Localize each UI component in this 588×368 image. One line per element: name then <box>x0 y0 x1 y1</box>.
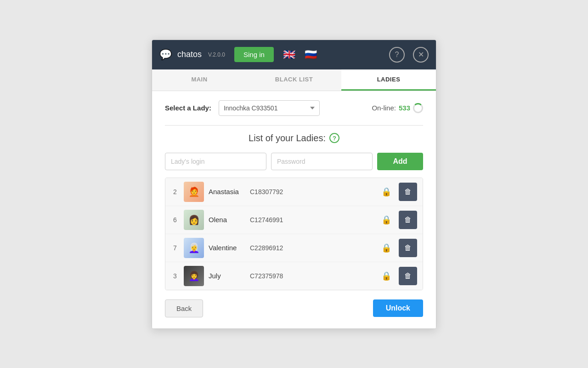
avatar: 👩 <box>184 210 204 230</box>
tab-main[interactable]: MAIN <box>152 69 247 91</box>
lady-name: July <box>209 272 245 280</box>
divider <box>165 125 423 126</box>
app-window: 💬 chatos V.2.0.0 Sing in 🇬🇧 🇷🇺 ? ✕ MAIN … <box>152 40 436 329</box>
header: 💬 chatos V.2.0.0 Sing in 🇬🇧 🇷🇺 ? ✕ <box>152 40 436 69</box>
lady-id: C18307792 <box>250 188 377 196</box>
row-number: 3 <box>171 272 179 280</box>
lady-name: Anastasia <box>209 188 245 196</box>
list-title: List of your Ladies: ? <box>165 133 423 144</box>
lady-select[interactable]: Innochka C933501 <box>219 100 320 116</box>
version-text: V.2.0.0 <box>208 52 225 58</box>
content-area: Select a Lady: Innochka C933501 On-line:… <box>152 91 436 328</box>
lady-row: 7 👩‍🦳 Valentine C22896912 🔒 🗑 <box>165 234 423 262</box>
select-lady-row: Select a Lady: Innochka C933501 On-line:… <box>165 100 423 116</box>
tab-blacklist[interactable]: BLACK LIST <box>247 69 341 91</box>
tab-bar: MAIN BLACK LIST LADIES <box>152 69 436 91</box>
lady-id: C12746991 <box>250 216 377 224</box>
delete-button[interactable]: 🗑 <box>399 211 417 229</box>
online-info: On-line: 533 <box>372 103 423 113</box>
list-help-icon[interactable]: ? <box>329 133 339 143</box>
row-number: 7 <box>171 244 179 252</box>
online-label: On-line: <box>372 104 396 112</box>
lady-row: 3 👩‍🦱 July C72375978 🔒 🗑 <box>165 262 423 290</box>
back-button[interactable]: Back <box>165 299 203 317</box>
delete-button[interactable]: 🗑 <box>399 183 417 201</box>
lady-id: C22896912 <box>250 244 377 252</box>
select-label: Select a Lady: <box>165 104 211 112</box>
avatar: 👩‍🦱 <box>184 266 204 286</box>
tab-ladies[interactable]: LADIES <box>341 69 436 91</box>
help-button[interactable]: ? <box>389 47 405 63</box>
lady-name: Olena <box>209 216 245 224</box>
delete-button[interactable]: 🗑 <box>399 239 417 257</box>
flag-icon[interactable]: 🇬🇧 <box>283 49 295 61</box>
lock-icon: 🔒 <box>381 215 391 225</box>
avatar: 👩‍🦳 <box>184 238 204 258</box>
ladies-list: 2 🧑‍🦰 Anastasia C18307792 🔒 🗑 6 👩 Olena … <box>165 178 423 290</box>
flag2-icon[interactable]: 🇷🇺 <box>305 49 317 61</box>
lady-row: 2 🧑‍🦰 Anastasia C18307792 🔒 🗑 <box>165 178 423 206</box>
sign-in-button[interactable]: Sing in <box>234 47 274 62</box>
logo-text: chatos <box>177 50 202 59</box>
add-button[interactable]: Add <box>377 153 423 170</box>
close-button[interactable]: ✕ <box>413 47 429 63</box>
add-lady-row: Add <box>165 153 423 170</box>
logo-icon: 💬 <box>159 49 172 61</box>
ladies-list-scroll[interactable]: 2 🧑‍🦰 Anastasia C18307792 🔒 🗑 6 👩 Olena … <box>165 178 423 298</box>
delete-button[interactable]: 🗑 <box>399 267 417 285</box>
unlock-button[interactable]: Unlock <box>373 299 423 317</box>
lock-icon: 🔒 <box>381 243 391 253</box>
row-number: 6 <box>171 216 179 224</box>
avatar: 🧑‍🦰 <box>184 182 204 202</box>
online-count: 533 <box>399 104 410 112</box>
lady-password-input[interactable] <box>271 153 373 170</box>
lock-icon: 🔒 <box>381 187 391 197</box>
spinner-icon <box>413 103 423 113</box>
lady-id: C72375978 <box>250 272 377 280</box>
lock-icon: 🔒 <box>381 271 391 281</box>
lady-row: 6 👩 Olena C12746991 🔒 🗑 <box>165 206 423 234</box>
lady-login-input[interactable] <box>165 153 266 170</box>
row-number: 2 <box>171 188 179 196</box>
bottom-row: Back Unlock <box>165 298 423 317</box>
list-title-text: List of your Ladies: <box>249 133 326 144</box>
lady-name: Valentine <box>209 244 245 252</box>
